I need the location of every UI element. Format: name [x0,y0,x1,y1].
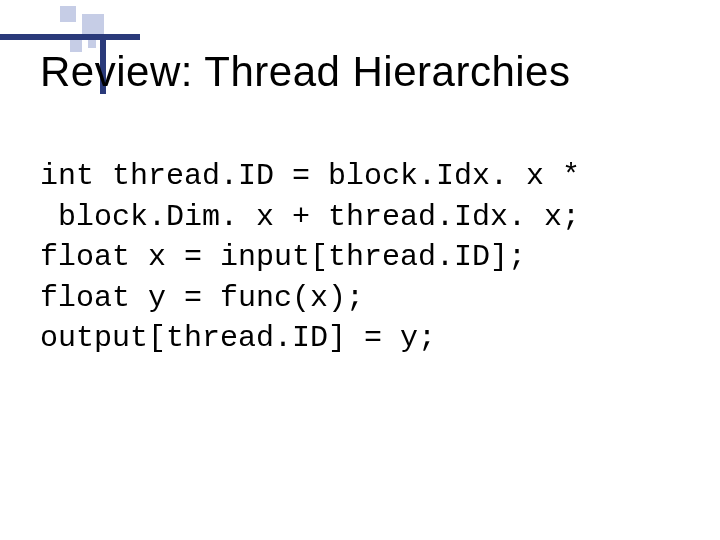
code-line: float x = input[thread.ID]; [40,240,526,274]
code-line: int thread.ID = block.Idx. x * [40,159,580,193]
slide-title: Review: Thread Hierarchies [40,48,680,96]
code-line: output[thread.ID] = y; [40,321,436,355]
code-block: int thread.ID = block.Idx. x * block.Dim… [40,156,680,359]
code-line: float y = func(x); [40,281,364,315]
code-line: block.Dim. x + thread.Idx. x; [40,200,580,234]
slide-body: Review: Thread Hierarchies int thread.ID… [0,0,720,540]
